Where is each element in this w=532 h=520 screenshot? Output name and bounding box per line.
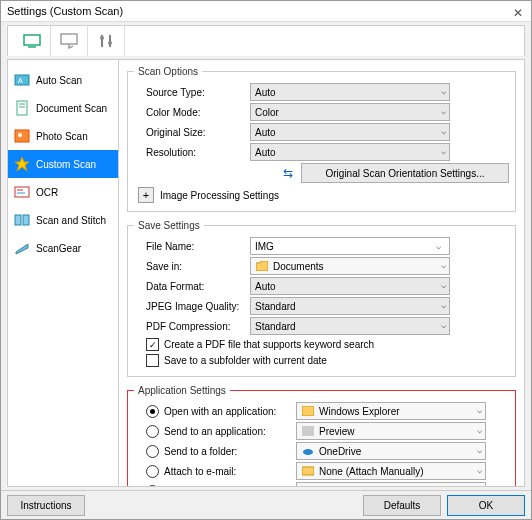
mail-icon xyxy=(301,465,315,477)
jpeg-quality-select[interactable]: Standard⌵ xyxy=(250,297,450,315)
attach-email-select[interactable]: None (Attach Manually)⌵ xyxy=(296,462,486,480)
application-settings-group: Application Settings Open with an applic… xyxy=(127,385,516,486)
sidebar: A Auto Scan Document Scan Photo Scan Cus… xyxy=(8,60,119,486)
open-with-label: Open with an application: xyxy=(164,406,276,417)
sync-arrows-icon[interactable]: ⇆ xyxy=(283,166,293,180)
pdf-compression-label: PDF Compression: xyxy=(134,321,250,332)
file-name-input[interactable]: IMG xyxy=(250,237,450,255)
auto-scan-icon: A xyxy=(14,72,30,88)
save-in-select[interactable]: Documents⌵ xyxy=(250,257,450,275)
data-format-select[interactable]: Auto⌵ xyxy=(250,277,450,295)
tab-scan-from-operation-panel[interactable] xyxy=(51,26,88,56)
resolution-select[interactable]: Auto⌵ xyxy=(250,143,450,161)
sidebar-item-ocr[interactable]: OCR xyxy=(8,178,118,206)
sidebar-label: Auto Scan xyxy=(36,75,82,86)
chevron-down-icon: ⌵ xyxy=(441,86,446,96)
chevron-down-icon[interactable]: ⌵ xyxy=(436,241,441,251)
send-app-radio[interactable] xyxy=(146,425,159,438)
file-name-label: File Name: xyxy=(134,241,250,252)
preview-icon xyxy=(301,425,315,437)
sidebar-item-custom-scan[interactable]: Custom Scan xyxy=(8,150,118,178)
start-ocr-radio[interactable] xyxy=(146,485,159,487)
bottom-bar: Instructions Defaults OK xyxy=(1,490,531,519)
settings-window: Settings (Custom Scan) ✕ A Auto Scan xyxy=(0,0,532,520)
send-app-select[interactable]: Preview⌵ xyxy=(296,422,486,440)
sidebar-label: Photo Scan xyxy=(36,131,88,142)
save-in-label: Save in: xyxy=(134,261,250,272)
image-processing-label: Image Processing Settings xyxy=(160,190,279,201)
chevron-down-icon: ⌵ xyxy=(477,465,482,475)
pdf-compression-select[interactable]: Standard⌵ xyxy=(250,317,450,335)
expand-image-processing-button[interactable]: + xyxy=(138,187,154,203)
content-panel: Scan Options Source Type: Auto⌵ Color Mo… xyxy=(119,60,524,486)
instructions-button[interactable]: Instructions xyxy=(7,495,85,516)
orientation-settings-button[interactable]: Original Scan Orientation Settings... xyxy=(301,163,509,183)
sidebar-label: Custom Scan xyxy=(36,159,96,170)
chevron-down-icon: ⌵ xyxy=(441,106,446,116)
custom-scan-icon xyxy=(14,156,30,172)
send-folder-select[interactable]: OneDrive⌵ xyxy=(296,442,486,460)
source-type-label: Source Type: xyxy=(134,87,250,98)
svg-point-13 xyxy=(18,133,22,137)
sidebar-item-scan-and-stitch[interactable]: Scan and Stitch xyxy=(8,206,118,234)
tab-scan-from-computer[interactable] xyxy=(14,26,51,56)
sidebar-item-auto-scan[interactable]: A Auto Scan xyxy=(8,66,118,94)
save-settings-group: Save Settings File Name: IMG ⌵ Save in: … xyxy=(127,220,516,377)
sidebar-label: Document Scan xyxy=(36,103,107,114)
source-type-select[interactable]: Auto⌵ xyxy=(250,83,450,101)
close-icon[interactable]: ✕ xyxy=(513,3,523,23)
chevron-down-icon: ⌵ xyxy=(441,146,446,156)
body-area: A Auto Scan Document Scan Photo Scan Cus… xyxy=(1,21,531,491)
svg-rect-19 xyxy=(23,215,29,225)
sidebar-item-scangear[interactable]: ScanGear xyxy=(8,234,118,262)
sidebar-label: ScanGear xyxy=(36,243,81,254)
ocr-icon xyxy=(14,184,30,200)
svg-rect-12 xyxy=(15,130,29,142)
scan-options-legend: Scan Options xyxy=(134,66,202,77)
start-ocr-label: Start OCR: xyxy=(164,486,213,487)
subfolder-label: Save to a subfolder with current date xyxy=(164,355,327,366)
original-size-label: Original Size: xyxy=(134,127,250,138)
chevron-down-icon: ⌵ xyxy=(441,300,446,310)
attach-email-radio[interactable] xyxy=(146,465,159,478)
sidebar-item-photo-scan[interactable]: Photo Scan xyxy=(8,122,118,150)
open-with-radio[interactable] xyxy=(146,405,159,418)
subfolder-checkbox[interactable] xyxy=(146,354,159,367)
start-ocr-select[interactable]: Output to Text⌵ xyxy=(296,482,486,486)
defaults-button[interactable]: Defaults xyxy=(363,495,441,516)
svg-rect-21 xyxy=(302,426,314,436)
svg-rect-15 xyxy=(15,187,29,197)
color-mode-select[interactable]: Color⌵ xyxy=(250,103,450,121)
chevron-down-icon: ⌵ xyxy=(441,280,446,290)
explorer-icon xyxy=(301,405,315,417)
top-tab-strip xyxy=(7,25,525,56)
svg-rect-20 xyxy=(302,406,314,416)
scan-options-group: Scan Options Source Type: Auto⌵ Color Mo… xyxy=(127,66,516,212)
stitch-icon xyxy=(14,212,30,228)
open-with-select[interactable]: Windows Explorer⌵ xyxy=(296,402,486,420)
sidebar-item-document-scan[interactable]: Document Scan xyxy=(8,94,118,122)
document-scan-icon xyxy=(14,100,30,116)
ok-button[interactable]: OK xyxy=(447,495,525,516)
photo-scan-icon xyxy=(14,128,30,144)
tab-general-settings[interactable] xyxy=(88,26,125,56)
svg-rect-0 xyxy=(24,35,40,45)
application-settings-legend: Application Settings xyxy=(134,385,230,396)
folder-icon xyxy=(255,260,269,272)
svg-point-6 xyxy=(108,41,112,45)
chevron-down-icon: ⌵ xyxy=(477,405,482,415)
chevron-down-icon: ⌵ xyxy=(477,425,482,435)
svg-rect-23 xyxy=(302,467,314,475)
sidebar-label: OCR xyxy=(36,187,58,198)
main-split: A Auto Scan Document Scan Photo Scan Cus… xyxy=(7,59,525,487)
send-folder-radio[interactable] xyxy=(146,445,159,458)
save-settings-legend: Save Settings xyxy=(134,220,204,231)
attach-email-label: Attach to e-mail: xyxy=(164,466,236,477)
resolution-label: Resolution: xyxy=(134,147,250,158)
chevron-down-icon: ⌵ xyxy=(477,445,482,455)
original-size-select[interactable]: Auto⌵ xyxy=(250,123,450,141)
onedrive-icon xyxy=(301,445,315,457)
keyword-search-checkbox[interactable]: ✓ xyxy=(146,338,159,351)
chevron-down-icon: ⌵ xyxy=(441,320,446,330)
send-folder-label: Send to a folder: xyxy=(164,446,237,457)
